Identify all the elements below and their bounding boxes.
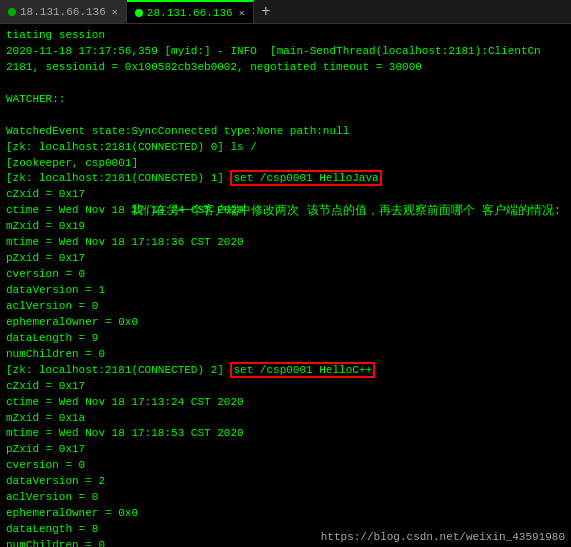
line-26: pZxid = 0x17	[6, 442, 565, 458]
tab-1-label: 18.131.66.136	[20, 6, 106, 18]
line-23: ctime = Wed Nov 18 17:13:24 CST 2020	[6, 395, 565, 411]
tab-add-button[interactable]: +	[254, 0, 278, 23]
line-19: dataLength = 9	[6, 331, 565, 347]
line-8: [zookeeper, csp0001]	[6, 156, 565, 172]
line-4: WATCHER::	[6, 92, 565, 108]
line-17: aclVersion = 0	[6, 299, 565, 315]
line-0: tiating session	[6, 28, 565, 44]
line-9-prefix: [zk: localhost:2181(CONNECTED) 1]	[6, 172, 230, 184]
line-22: cZxid = 0x17	[6, 379, 565, 395]
highlight-box-2: set /csp0001 HelloC++	[230, 362, 375, 378]
terminal: tiating session 2020-11-18 17:17:56,359 …	[0, 24, 571, 547]
line-25: mtime = Wed Nov 18 17:18:53 CST 2020	[6, 426, 565, 442]
tab-1-close[interactable]: ✕	[112, 6, 118, 18]
line-30: ephemeralOwner = 0x0	[6, 506, 565, 522]
line-18: ephemeralOwner = 0x0	[6, 315, 565, 331]
tab-2[interactable]: 28.131.66.136 ✕	[127, 0, 254, 23]
line-29: aclVersion = 0	[6, 490, 565, 506]
line-12: mZxid = 0x19	[6, 219, 565, 235]
line-3	[6, 76, 565, 92]
line-28: dataVersion = 2	[6, 474, 565, 490]
line-21: [zk: localhost:2181(CONNECTED) 2] set /c…	[6, 363, 565, 379]
line-5	[6, 108, 565, 124]
line-2: 2181, sessionid = 0x100582cb3eb0002, neg…	[6, 60, 565, 76]
line-10: cZxid = 0x17	[6, 187, 565, 203]
line-14: pZxid = 0x17	[6, 251, 565, 267]
tab-1-dot	[8, 8, 16, 16]
line-1: 2020-11-18 17:17:56,359 [myid:] - INFO […	[6, 44, 565, 60]
line-20: numChildren = 0	[6, 347, 565, 363]
line-9: [zk: localhost:2181(CONNECTED) 1] set /c…	[6, 171, 565, 187]
line-24: mZxid = 0x1a	[6, 411, 565, 427]
tab-2-dot	[135, 9, 143, 17]
line-13: mtime = Wed Nov 18 17:18:36 CST 2020	[6, 235, 565, 251]
line-27: cversion = 0	[6, 458, 565, 474]
tab-bar: 18.131.66.136 ✕ 28.131.66.136 ✕ +	[0, 0, 571, 24]
line-7: [zk: localhost:2181(CONNECTED) 0] ls /	[6, 140, 565, 156]
line-21-prefix: [zk: localhost:2181(CONNECTED) 2]	[6, 364, 230, 376]
tab-1[interactable]: 18.131.66.136 ✕	[0, 0, 127, 23]
line-15: cversion = 0	[6, 267, 565, 283]
highlight-box-1: set /csp0001 HelloJava	[230, 170, 381, 186]
watermark: https://blog.csdn.net/weixin_43591980	[321, 531, 565, 543]
line-6: WatchedEvent state:SyncConnected type:No…	[6, 124, 565, 140]
tab-2-close[interactable]: ✕	[239, 7, 245, 19]
line-16: dataVersion = 1	[6, 283, 565, 299]
tab-2-label: 28.131.66.136	[147, 7, 233, 19]
annotation-text: 我们在另一个客户端中修改两次 该节点的值，再去观察前面哪个 客户端的情况:	[131, 202, 561, 220]
